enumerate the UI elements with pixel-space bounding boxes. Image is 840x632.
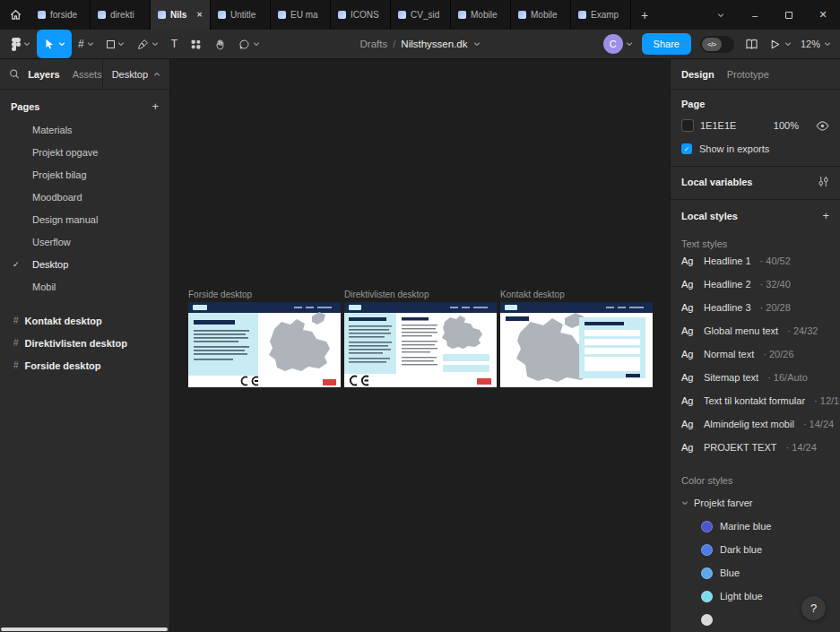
toggle-knob: </> (702, 38, 722, 51)
actions-tool-button[interactable] (184, 30, 208, 58)
frame-title[interactable]: Kontakt desktop (500, 290, 565, 299)
text-style-item[interactable]: AgAlmindelig text mobil· 14/24 (681, 412, 829, 436)
canvas[interactable]: Forside desktop Direktivlisten desktop K… (170, 59, 670, 632)
frame-forside-desktop[interactable] (188, 302, 341, 387)
dev-mode-toggle[interactable]: </> (700, 36, 734, 53)
color-style-item[interactable]: Dark blue (681, 538, 829, 561)
text-style-item[interactable]: AgNormal text· 20/26 (681, 342, 829, 366)
present-button[interactable] (769, 39, 792, 50)
text-tool-button[interactable]: T (165, 30, 184, 58)
close-tab-icon[interactable]: ✕ (196, 11, 203, 19)
page-dropdown[interactable]: Desktop (102, 59, 169, 89)
color-style-item[interactable]: Blue (681, 561, 829, 584)
text-style-item[interactable]: AgText til kontakt formular· 12/18 (681, 389, 829, 412)
file-tab[interactable]: CV_sid (391, 0, 451, 30)
local-variables-label: Local variables (681, 177, 753, 187)
shape-tool-button[interactable] (100, 30, 131, 58)
page-item[interactable]: Projekt opgave (0, 141, 169, 163)
file-tab[interactable]: direkti (91, 0, 151, 30)
tab-design[interactable]: Design (681, 69, 714, 80)
add-style-button[interactable]: + (822, 209, 829, 222)
file-tab[interactable]: ICONS (331, 0, 391, 30)
tab-assets[interactable]: Assets (73, 69, 102, 80)
chevron-down-icon[interactable] (681, 499, 688, 506)
close-window-button[interactable]: ✕ (806, 0, 840, 30)
help-button[interactable]: ? (801, 596, 826, 620)
variables-icon[interactable] (818, 176, 829, 187)
window-controls: – ✕ (704, 0, 840, 30)
frame-direktivlisten-desktop[interactable] (344, 302, 497, 387)
layer-item[interactable]: # Direktivlisten desktop (0, 332, 169, 354)
tab-overflow-button[interactable] (704, 0, 738, 30)
page-color-opacity[interactable]: 100% (774, 120, 799, 131)
minimize-button[interactable]: – (738, 0, 772, 30)
color-style-group[interactable]: Projekt farver (681, 491, 829, 515)
horizontal-scrollbar[interactable] (1, 628, 168, 631)
text-style-item[interactable]: AgHeadline 3· 20/28 (681, 296, 829, 319)
local-variables-section: Local variables (671, 167, 840, 200)
file-tab[interactable]: Mobile (451, 0, 511, 30)
share-button[interactable]: Share (642, 33, 691, 55)
maximize-button[interactable] (772, 0, 806, 30)
hand-tool-button[interactable] (208, 30, 232, 58)
new-tab-button[interactable]: + (631, 0, 658, 30)
tab-prototype[interactable]: Prototype (727, 69, 769, 80)
frame-tool-button[interactable]: # (72, 30, 100, 58)
move-tool-button[interactable] (37, 30, 72, 58)
text-style-item[interactable]: AgHeadline 1· 40/52 (681, 249, 829, 273)
avatar[interactable]: C (603, 34, 623, 54)
text-style-item[interactable]: AgPROJEKT TEXT· 14/24 (681, 436, 829, 459)
pen-icon (137, 39, 149, 50)
layer-item[interactable]: # Forside desktop (0, 354, 169, 377)
file-tab[interactable]: Mobile (511, 0, 571, 30)
frame-title[interactable]: Forside desktop (188, 290, 252, 299)
page-item[interactable]: Userflow (0, 230, 169, 253)
toolbar-right: C Share </> 12% (603, 30, 831, 58)
home-button[interactable] (0, 0, 30, 30)
library-button[interactable] (743, 39, 760, 50)
file-tab[interactable]: forside (30, 0, 91, 30)
breadcrumb-file[interactable]: Nilsthyssen.dk (401, 39, 467, 49)
frame-kontakt-desktop[interactable] (500, 302, 653, 387)
figma-logo-icon (12, 38, 21, 51)
file-tab[interactable]: Untitle (211, 0, 271, 30)
account-menu[interactable]: C (603, 34, 633, 54)
checkbox-checked[interactable]: ✓ (681, 143, 692, 154)
pen-tool-button[interactable] (131, 30, 165, 58)
file-tab-active[interactable]: Nils✕ (151, 0, 211, 30)
page-color-hex[interactable]: 1E1E1E (700, 120, 736, 131)
frame-title[interactable]: Direktivlisten desktop (344, 290, 429, 299)
color-swatch (701, 567, 713, 579)
layer-item[interactable]: # Kontakt desktop (0, 309, 169, 332)
main-menu-button[interactable] (5, 30, 37, 58)
page-color-swatch[interactable] (681, 119, 694, 132)
page-item[interactable]: Projekt bilag (0, 163, 169, 186)
file-tabs: forside direkti Nils✕ Untitle EU ma ICON… (30, 0, 631, 30)
page-item-selected[interactable]: ✓ Desktop (0, 253, 169, 275)
add-page-button[interactable]: + (152, 100, 159, 113)
search-icon[interactable] (9, 68, 20, 80)
show-in-exports-row[interactable]: ✓ Show in exports (681, 143, 829, 154)
color-swatch (701, 591, 713, 602)
visibility-toggle[interactable] (816, 121, 829, 131)
frame-icon: # (78, 38, 84, 50)
page-item[interactable]: Design manual (0, 208, 169, 230)
breadcrumb-folder[interactable]: Drafts (359, 39, 387, 49)
layers-list: # Kontakt desktop # Direktivlisten deskt… (0, 309, 169, 377)
text-style-item[interactable]: AgSitemap text· 16/Auto (681, 366, 829, 389)
home-icon (9, 8, 22, 22)
tab-layers[interactable]: Layers (28, 69, 59, 80)
color-style-item[interactable]: Marine blue (681, 515, 829, 538)
text-style-item[interactable]: AgGlobal menu text· 24/32 (681, 319, 829, 342)
comment-tool-button[interactable] (232, 30, 266, 58)
chevron-down-icon[interactable] (473, 40, 481, 48)
file-tab[interactable]: EU ma (271, 0, 331, 30)
file-tab[interactable]: Examp (571, 0, 631, 30)
page-item[interactable]: Materials (0, 118, 169, 141)
eye-icon (816, 121, 829, 131)
zoom-menu[interactable]: 12% (801, 39, 831, 49)
layers-panel: Layers Assets Desktop Pages + Materials … (0, 59, 170, 632)
page-item[interactable]: Mobil (0, 275, 169, 298)
text-style-item[interactable]: AgHeadline 2· 32/40 (681, 273, 829, 296)
page-item[interactable]: Moodboard (0, 186, 169, 208)
